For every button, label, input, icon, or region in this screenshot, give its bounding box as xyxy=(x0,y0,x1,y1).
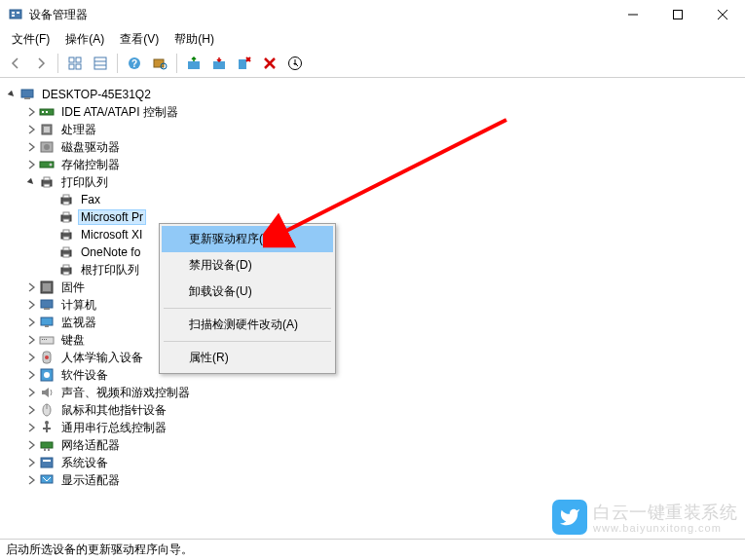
tree-label: 存储控制器 xyxy=(58,156,123,174)
tree-item[interactable]: 声音、视频和游戏控制器 xyxy=(0,384,745,401)
expander-icon[interactable] xyxy=(25,422,37,433)
expander-icon[interactable] xyxy=(25,299,37,311)
expander-icon[interactable] xyxy=(45,246,56,258)
svg-rect-36 xyxy=(44,184,50,187)
tree-item[interactable]: 监视器 xyxy=(0,314,745,331)
expander-icon[interactable] xyxy=(25,176,37,188)
expander-icon[interactable] xyxy=(45,229,56,241)
tree-item[interactable]: 软件设备 xyxy=(0,366,745,384)
svg-rect-58 xyxy=(40,337,54,344)
svg-rect-12 xyxy=(94,57,106,69)
back-button[interactable] xyxy=(4,52,27,75)
update-driver-button[interactable] xyxy=(182,52,205,75)
svg-rect-42 xyxy=(63,219,69,222)
svg-rect-35 xyxy=(44,177,50,180)
svg-point-68 xyxy=(45,421,49,425)
tree-label: DESKTOP-45E31Q2 xyxy=(39,87,154,102)
expander-icon[interactable] xyxy=(25,334,37,346)
menu-bar: 文件(F) 操作(A) 查看(V) 帮助(H) xyxy=(0,29,745,49)
minimize-button[interactable] xyxy=(611,0,655,29)
svg-rect-2 xyxy=(12,15,15,17)
refresh-button[interactable] xyxy=(283,52,307,75)
context-separator xyxy=(164,308,331,309)
tree-item[interactable]: 网络适配器 xyxy=(0,436,745,454)
tree-item[interactable]: Microsoft Pr xyxy=(0,208,745,226)
disable-device-button[interactable] xyxy=(207,52,231,75)
context-properties[interactable]: 属性(R) xyxy=(162,345,333,371)
tree-item[interactable]: 显示适配器 xyxy=(0,471,745,489)
tree-item[interactable]: 固件 xyxy=(0,279,745,296)
expander-icon[interactable] xyxy=(25,404,37,416)
expander-icon[interactable] xyxy=(25,317,37,328)
tree-item[interactable]: 系统设备 xyxy=(0,454,745,471)
expander-icon[interactable] xyxy=(25,106,37,118)
svg-rect-5 xyxy=(674,11,683,19)
tree-root[interactable]: DESKTOP-45E31Q2 xyxy=(0,86,745,103)
tree-item[interactable]: Fax xyxy=(0,191,745,208)
scan-hardware-button[interactable] xyxy=(148,52,171,75)
expander-icon[interactable] xyxy=(25,352,37,363)
expander-icon[interactable] xyxy=(25,457,37,468)
tree-item[interactable]: 磁盘驱动器 xyxy=(0,138,745,156)
context-update-driver[interactable]: 更新驱动程序(P) xyxy=(162,226,333,252)
help-button[interactable]: ? xyxy=(123,52,146,75)
maximize-button[interactable] xyxy=(655,0,700,29)
title-bar: 设备管理器 xyxy=(0,0,745,29)
expander-icon[interactable] xyxy=(25,159,37,170)
expander-icon[interactable] xyxy=(25,369,37,381)
printer-icon xyxy=(58,227,74,243)
context-disable-device[interactable]: 禁用设备(D) xyxy=(162,252,333,279)
tree-label: 键盘 xyxy=(58,331,88,350)
tree-item[interactable]: 鼠标和其他指针设备 xyxy=(0,401,745,419)
expander-icon[interactable] xyxy=(45,194,56,205)
svg-rect-24 xyxy=(24,97,30,99)
tree-label: 软件设备 xyxy=(58,366,111,385)
svg-point-31 xyxy=(44,144,50,150)
tree-item[interactable]: 根打印队列 xyxy=(0,261,745,279)
tree-label: 处理器 xyxy=(58,121,99,139)
tree-label: Microsoft Pr xyxy=(78,209,146,225)
menu-view[interactable]: 查看(V) xyxy=(112,29,167,50)
menu-action[interactable]: 操作(A) xyxy=(57,29,112,50)
expander-icon[interactable] xyxy=(25,281,37,293)
svg-rect-19 xyxy=(188,61,200,69)
expander-icon[interactable] xyxy=(6,89,18,100)
tree-item[interactable]: IDE ATA/ATAPI 控制器 xyxy=(0,103,745,121)
context-scan-hardware[interactable]: 扫描检测硬件改动(A) xyxy=(162,312,333,338)
expander-icon[interactable] xyxy=(25,439,37,451)
tree-item[interactable]: OneNote fo xyxy=(0,243,745,261)
expander-icon[interactable] xyxy=(45,211,56,223)
svg-rect-20 xyxy=(213,61,225,69)
forward-button[interactable] xyxy=(29,52,53,75)
svg-rect-3 xyxy=(17,12,19,14)
tree-item[interactable]: Microsoft XI xyxy=(0,226,745,243)
expander-icon[interactable] xyxy=(45,264,56,276)
expander-icon[interactable] xyxy=(25,124,37,135)
expander-icon[interactable] xyxy=(25,474,37,486)
close-button[interactable] xyxy=(700,0,745,29)
network-icon xyxy=(39,437,55,453)
context-uninstall-device[interactable]: 卸载设备(U) xyxy=(162,279,333,305)
watermark-text: 白云一键重装系统 xyxy=(593,501,737,524)
device-tree[interactable]: DESKTOP-45E31Q2IDE ATA/ATAPI 控制器处理器磁盘驱动器… xyxy=(0,80,745,539)
tree-label: 网络适配器 xyxy=(58,436,123,455)
toolbar: ? xyxy=(0,49,745,78)
tree-label: 计算机 xyxy=(58,296,99,315)
menu-help[interactable]: 帮助(H) xyxy=(167,29,222,50)
view-list-button[interactable] xyxy=(89,52,112,75)
uninstall-device-button[interactable] xyxy=(233,52,256,75)
tree-item[interactable]: 处理器 xyxy=(0,121,745,138)
expander-icon[interactable] xyxy=(25,387,37,398)
menu-file[interactable]: 文件(F) xyxy=(4,29,57,50)
remove-button[interactable] xyxy=(258,52,281,75)
view-icons-button[interactable] xyxy=(63,52,87,75)
tree-item[interactable]: 通用串行总线控制器 xyxy=(0,419,745,436)
tree-item[interactable]: 打印队列 xyxy=(0,173,745,191)
tree-item[interactable]: 计算机 xyxy=(0,296,745,314)
tree-item[interactable]: 人体学输入设备 xyxy=(0,349,745,366)
tree-item[interactable]: 键盘 xyxy=(0,331,745,349)
expander-icon[interactable] xyxy=(25,141,37,153)
storage-icon xyxy=(39,157,55,172)
tree-label: 固件 xyxy=(58,279,88,297)
tree-item[interactable]: 存储控制器 xyxy=(0,156,745,173)
